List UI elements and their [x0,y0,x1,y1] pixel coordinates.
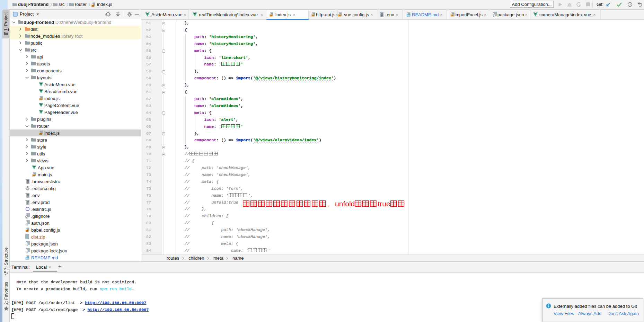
svg-text:JS: JS [451,15,453,17]
svg-text:JS: JS [270,15,272,17]
svg-text:{}: {} [25,250,28,253]
svg-text:JS: JS [39,98,42,100]
svg-text:{}: {} [25,243,28,246]
svg-text:MD: MD [26,257,29,259]
svg-text:{}: {} [493,14,496,17]
svg-text:{}: {} [25,222,28,225]
svg-text:JS: JS [39,133,42,135]
svg-text:JS: JS [312,15,314,17]
svg-text:JS: JS [33,174,35,176]
svg-text:JS: JS [338,15,341,17]
svg-text:JS: JS [92,5,94,7]
svg-text:JS: JS [26,230,28,232]
svg-text:MD: MD [407,15,410,17]
